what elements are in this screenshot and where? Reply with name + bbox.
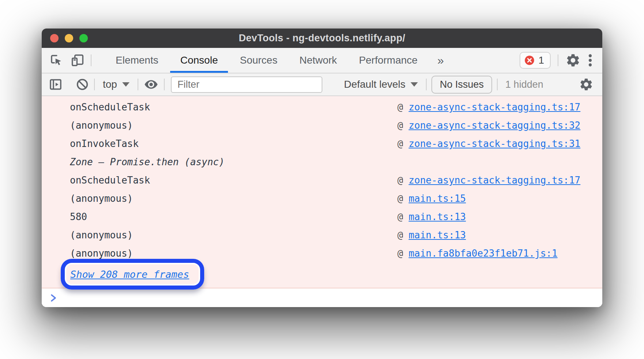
stack-frame-function: (anonymous) bbox=[70, 230, 133, 241]
stack-frame-function: onInvokeTask bbox=[70, 138, 139, 149]
divider bbox=[94, 79, 95, 90]
chevron-down-icon bbox=[122, 82, 130, 87]
console-messages-area: onScheduleTask @zone-async-stack-tagging… bbox=[42, 96, 602, 288]
tab-sources[interactable]: Sources bbox=[229, 48, 288, 73]
stack-frame-function: onScheduleTask bbox=[70, 175, 150, 186]
hidden-messages-label: 1 hidden bbox=[505, 79, 543, 90]
stack-frame-function: onScheduleTask bbox=[70, 102, 150, 113]
live-expression-eye-icon[interactable] bbox=[143, 76, 159, 92]
at-symbol: @ bbox=[397, 230, 403, 241]
stack-frame-function: (anonymous) bbox=[70, 120, 133, 131]
filter-input[interactable] bbox=[171, 76, 322, 93]
zoom-button[interactable] bbox=[79, 34, 88, 42]
stack-frame-row: (anonymous) @main.ts:15 bbox=[42, 189, 602, 208]
stack-frame-function: (anonymous) bbox=[70, 193, 133, 204]
tab-label: Sources bbox=[240, 54, 277, 66]
stack-frame-link[interactable]: main.ts:13 bbox=[409, 211, 466, 222]
error-icon bbox=[524, 55, 535, 65]
no-issues-button[interactable]: No Issues bbox=[431, 76, 492, 94]
at-symbol: @ bbox=[397, 248, 403, 259]
console-settings-gear-icon[interactable] bbox=[579, 77, 594, 92]
stack-frame-link[interactable]: main.fa8bfa0e23f1eb71.js:1 bbox=[409, 248, 558, 259]
minimize-button[interactable] bbox=[65, 34, 73, 42]
stack-frame-link[interactable]: zone-async-stack-tagging.ts:17 bbox=[409, 102, 581, 113]
stack-frame-link[interactable]: main.ts:13 bbox=[409, 230, 466, 241]
stack-frame-row: (anonymous) @main.ts:13 bbox=[42, 226, 602, 244]
devtools-tabbar: Elements Console Sources Network Perform… bbox=[42, 48, 602, 73]
console-prompt[interactable] bbox=[42, 288, 602, 307]
annotation-highlight-ring: Show 208 more frames bbox=[61, 259, 204, 290]
device-toolbar-icon[interactable] bbox=[70, 53, 85, 68]
divider bbox=[164, 79, 165, 90]
tab-label: Console bbox=[180, 54, 218, 66]
stack-frame-row: 580 @main.ts:13 bbox=[42, 208, 602, 226]
panel-tabs: Elements Console Sources Network Perform… bbox=[105, 48, 453, 73]
divider bbox=[426, 79, 427, 90]
at-symbol: @ bbox=[397, 211, 403, 222]
at-symbol: @ bbox=[397, 120, 403, 131]
stack-frame-row: onScheduleTask @zone-async-stack-tagging… bbox=[42, 98, 602, 116]
stack-frame-link[interactable]: zone-async-stack-tagging.ts:31 bbox=[409, 138, 581, 149]
stack-trace: onScheduleTask @zone-async-stack-tagging… bbox=[42, 96, 602, 262]
tab-elements[interactable]: Elements bbox=[105, 48, 169, 73]
divider bbox=[497, 79, 498, 90]
window-title: DevTools - ng-devtools.netlify.app/ bbox=[239, 33, 405, 44]
async-boundary-row: Zone — Promise.then (async) bbox=[42, 153, 602, 171]
settings-gear-icon[interactable] bbox=[565, 53, 581, 68]
tab-network[interactable]: Network bbox=[288, 48, 348, 73]
at-symbol: @ bbox=[397, 102, 403, 113]
context-selector[interactable]: top bbox=[100, 79, 133, 90]
async-boundary-label: Zone — Promise.then (async) bbox=[70, 156, 225, 167]
devtools-window: DevTools - ng-devtools.netlify.app/ Elem… bbox=[42, 29, 602, 307]
divider bbox=[91, 54, 91, 66]
tab-label: Performance bbox=[359, 54, 418, 66]
stack-frame-function: (anonymous) bbox=[70, 248, 133, 259]
console-toolbar: top Default levels No Issues 1 hidden bbox=[42, 73, 602, 96]
at-symbol: @ bbox=[397, 138, 403, 149]
divider bbox=[558, 54, 558, 66]
tabbar-right-controls: 1 bbox=[520, 52, 593, 69]
stack-frame-row: (anonymous) @zone-async-stack-tagging.ts… bbox=[42, 116, 602, 135]
tab-label: Network bbox=[299, 54, 337, 66]
console-sidebar-toggle-icon[interactable] bbox=[48, 77, 63, 92]
prompt-chevron-icon bbox=[48, 292, 59, 303]
at-symbol: @ bbox=[397, 193, 403, 204]
error-count-badge[interactable]: 1 bbox=[520, 52, 551, 69]
tab-performance[interactable]: Performance bbox=[348, 48, 428, 73]
divider bbox=[138, 79, 138, 90]
stack-frame-link[interactable]: main.ts:15 bbox=[409, 193, 466, 204]
chevron-down-icon bbox=[411, 82, 418, 87]
stack-frame-link[interactable]: zone-async-stack-tagging.ts:32 bbox=[409, 120, 581, 131]
traffic-lights bbox=[50, 29, 88, 48]
close-button[interactable] bbox=[50, 34, 59, 42]
inspect-element-icon[interactable] bbox=[49, 53, 64, 68]
stack-frame-link[interactable]: zone-async-stack-tagging.ts:17 bbox=[409, 175, 581, 186]
at-symbol: @ bbox=[397, 175, 403, 186]
titlebar: DevTools - ng-devtools.netlify.app/ bbox=[42, 29, 602, 48]
stack-frame-function: 580 bbox=[70, 211, 87, 222]
tab-console[interactable]: Console bbox=[169, 48, 229, 73]
context-selector-label: top bbox=[103, 79, 117, 90]
clear-console-icon[interactable] bbox=[75, 78, 89, 91]
more-tabs-button[interactable]: » bbox=[428, 48, 453, 73]
stack-frame-row: onInvokeTask @zone-async-stack-tagging.t… bbox=[42, 135, 602, 153]
error-count: 1 bbox=[538, 54, 544, 66]
log-levels-dropdown[interactable]: Default levels bbox=[341, 79, 421, 90]
show-more-frames-link[interactable]: Show 208 more frames bbox=[70, 269, 189, 280]
log-levels-label: Default levels bbox=[344, 79, 405, 90]
tab-label: Elements bbox=[116, 54, 158, 66]
kebab-menu-icon[interactable] bbox=[588, 53, 593, 68]
stack-frame-row: onScheduleTask @zone-async-stack-tagging… bbox=[42, 171, 602, 189]
